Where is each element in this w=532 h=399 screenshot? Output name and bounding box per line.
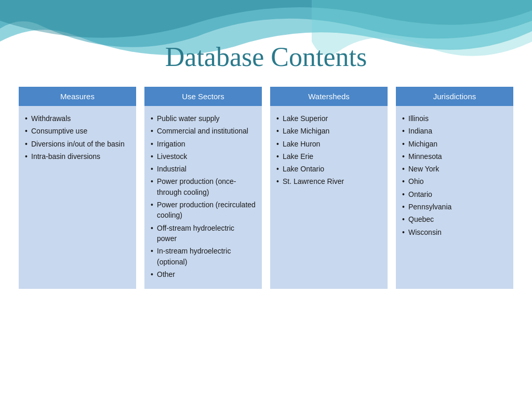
body-jurisdictions: IllinoisIndianaMichiganMinnesotaNew York… (396, 106, 513, 289)
column-jurisdictions: JurisdictionsIllinoisIndianaMichiganMinn… (396, 87, 513, 289)
body-watersheds: Lake SuperiorLake MichiganLake HuronLake… (270, 106, 388, 289)
list-item: St. Lawrence River (275, 176, 381, 189)
list-item: New York (401, 164, 507, 176)
list-item: Consumptive use (24, 126, 130, 138)
list-item: Lake Ontario (275, 164, 381, 176)
list-item: Lake Superior (275, 113, 381, 126)
list-item: Irrigation (150, 139, 256, 151)
list-item: Power production (recirculated cooling) (150, 200, 256, 223)
list-item: Illinois (401, 113, 507, 126)
list-item: Industrial (150, 164, 256, 176)
list-item: Power production (once-through cooling) (150, 176, 256, 200)
list-measures: WithdrawalsConsumptive useDiversions in/… (24, 113, 130, 164)
list-item: Withdrawals (24, 113, 130, 126)
list-item: Michigan (401, 139, 507, 151)
header-measures: Measures (19, 87, 136, 106)
header-use-sectors: Use Sectors (144, 87, 262, 106)
list-item: In-stream hydroelectric (optional) (150, 246, 256, 269)
list-item: Livestock (150, 151, 256, 164)
list-item: Lake Erie (275, 151, 381, 164)
column-watersheds: WatershedsLake SuperiorLake MichiganLake… (270, 87, 388, 289)
list-item: Pennsylvania (401, 202, 507, 214)
list-item: Public water supply (150, 113, 256, 126)
list-item: Commercial and institutional (150, 126, 256, 138)
list-item: Wisconsin (401, 227, 507, 240)
body-use-sectors: Public water supplyCommercial and instit… (144, 106, 262, 289)
content-area: MeasuresWithdrawalsConsumptive useDivers… (0, 87, 532, 289)
list-item: Diversions in/out of the basin (24, 139, 130, 151)
list-item: Lake Michigan (275, 126, 381, 138)
header-jurisdictions: Jurisdictions (396, 87, 513, 106)
list-watersheds: Lake SuperiorLake MichiganLake HuronLake… (275, 113, 381, 189)
header-watersheds: Watersheds (270, 87, 388, 106)
body-measures: WithdrawalsConsumptive useDiversions in/… (19, 106, 136, 289)
list-item: Minnesota (401, 151, 507, 164)
column-measures: MeasuresWithdrawalsConsumptive useDivers… (19, 87, 136, 289)
list-item: Ontario (401, 189, 507, 202)
list-item: Off-stream hydroelectric power (150, 223, 256, 246)
list-jurisdictions: IllinoisIndianaMichiganMinnesotaNew York… (401, 113, 507, 240)
list-item: Quebec (401, 214, 507, 227)
page-title: Database Contents (0, 0, 532, 87)
list-item: Other (150, 269, 256, 282)
column-use-sectors: Use SectorsPublic water supplyCommercial… (144, 87, 262, 289)
list-item: Lake Huron (275, 139, 381, 151)
list-item: Indiana (401, 126, 507, 138)
list-item: Intra-basin diversions (24, 151, 130, 164)
list-item: Ohio (401, 176, 507, 189)
list-use-sectors: Public water supplyCommercial and instit… (150, 113, 256, 282)
